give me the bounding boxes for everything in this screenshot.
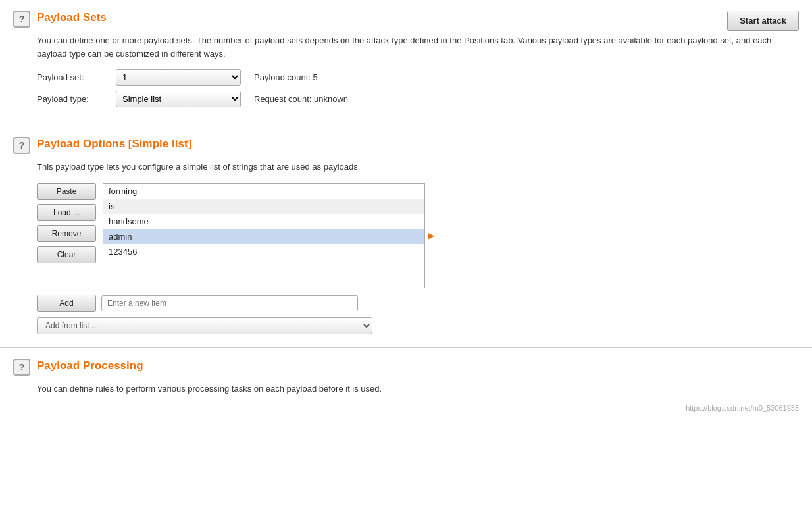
list-item[interactable]: is <box>103 199 424 214</box>
payload-action-buttons: Paste Load ... Remove Clear <box>37 183 96 288</box>
add-button[interactable]: Add <box>37 295 96 312</box>
payload-sets-title: Payload Sets <box>37 11 107 24</box>
payload-type-label: Payload type: <box>37 94 103 104</box>
payload-options-description: This payload type lets you configure a s… <box>37 161 799 174</box>
add-item-row: Add <box>37 295 799 312</box>
start-attack-button[interactable]: Start attack <box>727 11 799 31</box>
payload-set-label: Payload set: <box>37 72 103 82</box>
payload-options-section: ? Payload Options [Simple list] This pay… <box>0 126 812 348</box>
payload-options-title: Payload Options [Simple list] <box>37 138 191 151</box>
payload-list[interactable]: forming is handsome admin 123456 <box>103 183 425 288</box>
scroll-indicator-icon: ▶ <box>428 231 434 240</box>
payload-count-info: Payload count: 5 <box>254 72 318 82</box>
request-count-info: Request count: unknown <box>254 94 348 104</box>
list-item[interactable]: handsome <box>103 214 424 229</box>
remove-button[interactable]: Remove <box>37 225 96 242</box>
add-from-list-select[interactable]: Add from list ... <box>37 317 372 334</box>
list-item[interactable]: forming <box>103 184 424 199</box>
list-item[interactable]: 123456 <box>103 244 424 259</box>
payload-processing-header: ? Payload Processing <box>13 359 799 376</box>
payload-processing-section: ? Payload Processing You can define rule… <box>0 348 812 418</box>
watermark: https://blog.csdn.net/m0_53061933 <box>686 404 799 412</box>
load-button[interactable]: Load ... <box>37 204 96 221</box>
payload-list-container: Paste Load ... Remove Clear forming is h… <box>37 183 799 288</box>
payload-processing-title: Payload Processing <box>37 359 143 372</box>
payload-sets-body: You can define one or more payload sets.… <box>37 34 799 107</box>
payload-options-help-icon[interactable]: ? <box>13 137 30 154</box>
payload-set-row: Payload set: 1 2 3 Payload count: 5 <box>37 69 799 86</box>
payload-processing-body: You can define rules to perform various … <box>37 382 799 395</box>
payload-processing-description: You can define rules to perform various … <box>37 382 799 395</box>
paste-button[interactable]: Paste <box>37 183 96 200</box>
clear-button[interactable]: Clear <box>37 246 96 263</box>
payload-options-body: This payload type lets you configure a s… <box>37 161 799 334</box>
payload-set-select[interactable]: 1 2 3 <box>116 69 241 86</box>
payload-type-select[interactable]: Simple list Runtime file Custom iterator… <box>116 91 241 107</box>
payload-options-header: ? Payload Options [Simple list] <box>13 137 799 154</box>
list-item[interactable]: admin <box>103 229 424 244</box>
payload-processing-help-icon[interactable]: ? <box>13 359 30 376</box>
new-item-input[interactable] <box>101 295 358 311</box>
payload-sets-help-icon[interactable]: ? <box>13 11 30 28</box>
payload-type-row: Payload type: Simple list Runtime file C… <box>37 91 799 107</box>
add-from-list-row: Add from list ... <box>37 317 799 334</box>
payload-sets-description: You can define one or more payload sets.… <box>37 34 799 60</box>
payload-sets-header: ? Payload Sets <box>13 11 799 28</box>
payload-sets-section: ? Payload Sets Start attack You can defi… <box>0 0 812 126</box>
payload-list-wrapper: forming is handsome admin 123456 ▶ <box>103 183 425 288</box>
